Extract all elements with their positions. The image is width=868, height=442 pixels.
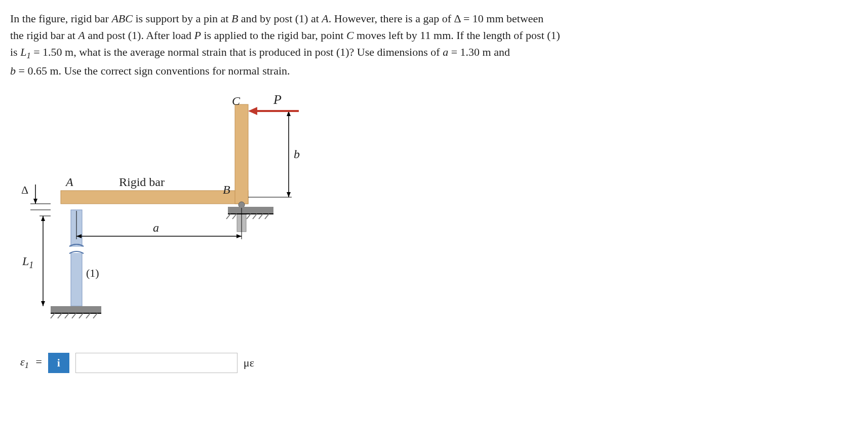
svg-line-14 [86,313,90,318]
figure-svg [15,94,319,338]
svg-line-15 [93,313,97,318]
var-A: A [78,29,85,42]
svg-line-1 [226,214,230,219]
text: In the figure, rigid bar [10,12,111,25]
a-value: 1.30 m [460,46,491,58]
support-plate-B [228,207,273,214]
text: . Use the correct sign conventions for n… [59,64,290,77]
label-b: b [294,148,300,161]
svg-marker-25 [236,234,242,238]
label-B: B [223,183,230,197]
info-button[interactable]: i [48,353,69,373]
svg-line-13 [79,313,83,318]
label-a: a [153,221,159,235]
text: and post (1). After load [85,29,194,42]
svg-marker-22 [41,301,45,306]
svg-line-6 [265,214,269,219]
text: is [10,46,20,58]
strain-input[interactable] [75,353,238,373]
text: = [448,46,460,58]
svg-line-4 [253,214,257,219]
svg-line-5 [259,214,263,219]
svg-line-2 [232,214,236,219]
svg-line-3 [247,214,251,219]
var-C: C [346,29,354,42]
label-C: C [232,94,240,108]
var-L1-sub: 1 [26,51,30,60]
text: = [16,64,27,77]
label-L1: L1 [22,254,33,271]
svg-marker-19 [33,199,37,204]
var-L1: L [20,46,26,58]
answer-label: ε1 = [20,355,42,371]
var-B: B [231,12,238,25]
problem-statement: In the figure, rigid bar ABC is support … [10,10,858,79]
figure: C P b A Rigid bar B Δ a L1 (1) [15,94,319,338]
joint-cover [235,191,248,203]
var-b: b [10,64,16,77]
text: and [491,46,510,58]
svg-marker-21 [41,216,45,221]
answer-row: ε1 = i με [20,353,858,373]
var-abc: ABC [111,12,133,25]
var-a: a [443,46,448,58]
text: , what is the average normal strain that… [73,46,443,58]
svg-marker-29 [287,192,291,197]
info-icon: i [57,357,60,369]
b-value: 0.65 m [27,64,58,77]
text: is applied to the rigid bar, point [201,29,346,42]
text: the rigid bar at [10,29,78,42]
gap-value: 10 mm [472,12,504,25]
label-P: P [273,92,282,107]
var-P: P [194,29,201,42]
rigid-bar-horizontal [61,191,248,204]
move-value: 11 mm [420,29,451,42]
text: moves left by [354,29,420,42]
text: is support by a pin at [133,12,231,25]
L1-value: 1.50 m [43,46,73,58]
svg-marker-31 [248,107,257,115]
label-post-1: (1) [86,267,99,280]
svg-line-10 [58,313,62,318]
rigid-bar-vertical [235,104,248,204]
label-Delta: Δ [21,183,28,197]
var-A: A [322,12,328,25]
text: between [504,12,544,25]
label-A: A [66,175,73,189]
text: . If the length of post (1) [451,29,560,42]
answer-unit: με [244,356,254,370]
label-rigid-bar: Rigid bar [119,175,165,189]
text: = [31,46,43,58]
svg-line-11 [65,313,69,318]
text: and by post (1) at [238,12,322,25]
svg-line-9 [51,313,55,318]
text: . However, there is a gap of Δ = [329,12,472,25]
svg-line-12 [72,313,76,318]
post-base [51,306,101,313]
